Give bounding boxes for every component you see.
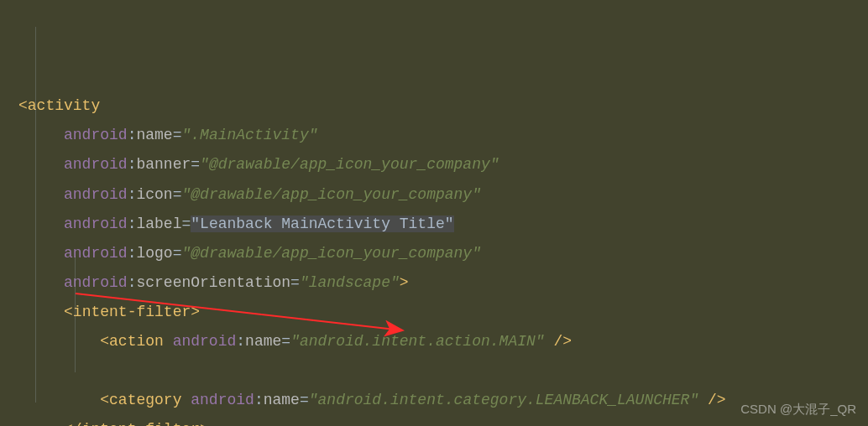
attr-logo: logo xyxy=(136,245,172,262)
tag-activity-open: activity xyxy=(28,97,100,114)
attr-screenorientation: screenOrientation xyxy=(136,274,290,291)
tag-intentfilter-open: intent-filter xyxy=(73,304,191,320)
code-block: <activity android:name=".MainActivity" a… xyxy=(0,0,868,426)
tag-action: action xyxy=(109,333,164,350)
val-screenorientation: landscape xyxy=(309,274,390,291)
val-icon: @drawable/app_icon_your_company xyxy=(191,186,472,203)
attr-icon: icon xyxy=(136,186,172,203)
tag-category: category xyxy=(109,392,181,408)
val-category-name: android.intent.category.LEANBACK_LAUNCHE… xyxy=(318,392,690,408)
attr-name: name xyxy=(136,127,172,143)
val-logo: @drawable/app_icon_your_company xyxy=(191,245,472,262)
val-action-name: android.intent.action.MAIN xyxy=(300,333,536,350)
val-banner: @drawable/app_icon_your_company xyxy=(209,156,490,173)
val-label: Leanback MainActivity Title xyxy=(200,216,445,232)
attr-label: label xyxy=(136,216,181,232)
val-name: .MainActivity xyxy=(191,127,308,143)
tag-intentfilter-close: intent-filter xyxy=(82,421,200,426)
attr-banner: banner xyxy=(136,156,191,173)
ns-android: android xyxy=(64,127,128,143)
watermark-text: CSDN @大混子_QR xyxy=(740,397,856,421)
